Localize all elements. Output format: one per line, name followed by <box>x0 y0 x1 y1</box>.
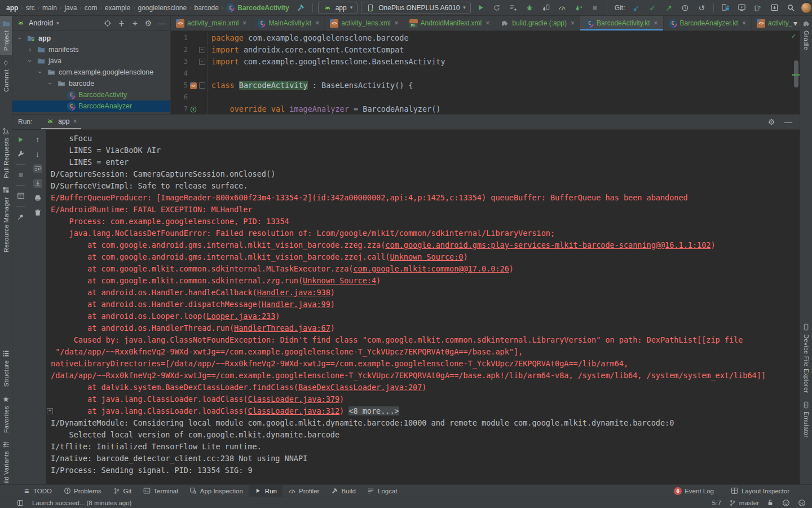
toolwindow-button-build[interactable]: Build <box>325 485 361 497</box>
breadcrumb-class-item[interactable]: CBarcodeActivity <box>224 3 290 12</box>
git-history-icon[interactable] <box>679 2 692 14</box>
stripe-item-structure[interactable]: Structure <box>0 345 12 391</box>
tree-chevron-icon[interactable]: › <box>26 46 34 53</box>
tree-item-com-example-googlelensclone[interactable]: ›com.example.googlelensclone <box>12 67 170 78</box>
stripe-item-emulator[interactable]: Emulator <box>800 397 812 441</box>
stacktrace-link[interactable]: Handler.java:938 <box>257 288 330 297</box>
tree-item-barcodeanalyzer[interactable]: CBarcodeAnalyzer <box>12 100 170 112</box>
stop-process-button[interactable] <box>16 170 25 179</box>
related-layout-gutter-icon[interactable]: <> <box>190 82 197 89</box>
build-hammer-icon[interactable] <box>294 2 307 14</box>
breadcrumb-item[interactable]: googlelensclone <box>136 4 188 12</box>
overriding-gutter-icon[interactable] <box>189 105 198 114</box>
toolwindow-button-terminal[interactable]: Terminal <box>137 485 183 497</box>
close-tab-icon[interactable]: × <box>486 20 489 27</box>
fold-marker-icon[interactable]: - <box>199 59 205 65</box>
breadcrumb-item[interactable]: example <box>103 4 132 12</box>
collapse-all-icon[interactable] <box>130 19 139 28</box>
panel-settings-gear-icon[interactable]: ⚙ <box>144 19 153 28</box>
tree-item-barcode[interactable]: ›barcode <box>12 78 170 89</box>
breadcrumb-item[interactable]: java <box>63 4 78 12</box>
close-tab-icon[interactable]: × <box>742 20 746 27</box>
profiler-icon[interactable] <box>556 2 569 14</box>
tree-item-app[interactable]: ›app <box>12 33 170 44</box>
clear-all-icon[interactable] <box>33 208 42 217</box>
stacktrace-link[interactable]: Unknown Source:4 <box>303 276 376 285</box>
prev-occurrence-icon[interactable]: ↑ <box>33 135 42 144</box>
tree-item-barcodeactivity[interactable]: CBarcodeActivity <box>12 89 170 100</box>
stacktrace-link[interactable]: Looper.java:233 <box>206 312 275 321</box>
stripe-item-resource-manager[interactable]: Resource Manager <box>0 182 12 256</box>
breadcrumb-item[interactable]: com <box>83 4 99 12</box>
soft-wrap-icon[interactable] <box>33 164 42 173</box>
lock-open-icon[interactable] <box>766 498 775 507</box>
rerun-button[interactable] <box>16 135 25 144</box>
highlighting-level-happy-icon[interactable] <box>782 498 791 507</box>
next-occurrence-icon[interactable]: ↓ <box>33 150 42 159</box>
stripe-item-favorites[interactable]: ★Favorites <box>0 391 12 437</box>
attach-debugger-icon[interactable] <box>540 2 553 14</box>
toolwindow-button-todo[interactable]: ≡TODO <box>17 485 58 497</box>
stripe-item-pull-requests[interactable]: Pull Requests <box>0 123 12 182</box>
breadcrumb-item[interactable]: src <box>24 4 37 12</box>
breadcrumb-item[interactable]: main <box>41 4 59 12</box>
expand-all-icon[interactable] <box>117 19 126 28</box>
hide-panel-icon[interactable]: — <box>157 19 166 28</box>
toolwindow-button-layout-inspector[interactable]: Layout Inspector <box>725 487 795 495</box>
pin-tab-icon[interactable] <box>16 212 25 221</box>
tree-chevron-icon[interactable]: › <box>37 68 43 76</box>
console-output[interactable]: sFocu LINES = ViacBoOK AIr LINES = enter… <box>46 130 800 484</box>
git-branch-widget[interactable]: master <box>728 498 759 507</box>
hide-run-panel-icon[interactable]: — <box>784 117 793 126</box>
stacktrace-link[interactable]: com.google.android.gms:play-services-mlk… <box>385 240 710 249</box>
editor-tab-mainactivity-kt[interactable]: CMainActivity.kt× <box>252 16 325 30</box>
stacktrace-link[interactable]: Unknown Source:0 <box>390 252 463 261</box>
hidden-tabs-icon[interactable]: ▾ <box>792 16 799 30</box>
stacktrace-link[interactable]: HandlerThread.java:67 <box>234 323 330 332</box>
stripe-item-gradle[interactable]: Gradle <box>800 16 812 54</box>
editor-tab-barcodeanalyzer-kt[interactable]: CBarcodeAnalyzer.kt× <box>664 16 752 30</box>
close-tab-icon[interactable]: × <box>73 118 77 125</box>
tree-chevron-icon[interactable]: › <box>47 80 54 87</box>
toolwindow-button-profiler[interactable]: Profiler <box>283 485 325 497</box>
toolwindow-button-git[interactable]: Git <box>107 485 138 497</box>
tree-chevron-icon[interactable]: › <box>16 34 23 42</box>
folded-frames[interactable]: <8 more...> <box>348 406 399 415</box>
run-settings-gear-icon[interactable]: ⚙ <box>767 117 776 126</box>
user-avatar[interactable] <box>801 2 812 14</box>
debug-button[interactable] <box>523 2 536 14</box>
git-commit-icon[interactable]: ✓ <box>646 2 659 14</box>
project-view-selector[interactable]: Android <box>29 19 53 27</box>
breadcrumb-item[interactable]: app <box>5 4 20 12</box>
toolwindow-toggle-icon[interactable] <box>16 498 25 507</box>
toolwindow-button-app-inspection[interactable]: App Inspection <box>184 485 249 497</box>
search-everywhere-icon[interactable] <box>784 2 797 14</box>
editor-tab-androidmanifest-xml[interactable]: MFAndroidManifest.xml× <box>404 16 496 30</box>
editor-tab-activity-main-xml[interactable]: <>activity_main.xml× <box>171 16 252 30</box>
stop-button[interactable] <box>589 2 602 14</box>
toolwindow-button-event-log[interactable]: 6Event Log <box>668 487 720 495</box>
run-tab-app[interactable]: app × <box>41 115 81 129</box>
stacktrace-link[interactable]: com.google.mlkit:common@@17.0.0:26 <box>353 264 509 273</box>
apply-changes-icon[interactable] <box>491 2 504 14</box>
scroll-to-end-icon[interactable] <box>33 179 42 188</box>
running-devices-icon[interactable] <box>735 2 748 14</box>
close-tab-icon[interactable]: × <box>242 20 246 27</box>
stacktrace-link[interactable]: Handler.java:99 <box>262 300 330 309</box>
profile-low-overhead-icon[interactable] <box>572 2 585 14</box>
code-area[interactable]: ✓ 1package com.example.googlelensclone.b… <box>171 31 800 114</box>
toolwindow-button-logcat[interactable]: Logcat <box>361 485 403 497</box>
sdk-manager-icon[interactable] <box>768 2 781 14</box>
tree-chevron-icon[interactable]: › <box>27 57 33 65</box>
close-tab-icon[interactable]: × <box>571 20 575 27</box>
editor-tab-barcodeactivity-kt[interactable]: CBarcodeActivity.kt× <box>580 16 664 30</box>
stripe-item-commit[interactable]: Commit <box>0 55 12 96</box>
close-tab-icon[interactable]: × <box>395 20 399 27</box>
chevron-down-icon[interactable]: ▾ <box>56 21 59 26</box>
expand-fold-icon[interactable]: + <box>47 408 53 414</box>
locate-file-icon[interactable] <box>103 19 112 28</box>
close-tab-icon[interactable]: × <box>315 20 319 27</box>
edit-configuration-icon[interactable] <box>16 150 25 159</box>
git-update-icon[interactable]: ↙ <box>630 2 643 14</box>
print-icon[interactable] <box>33 194 42 203</box>
